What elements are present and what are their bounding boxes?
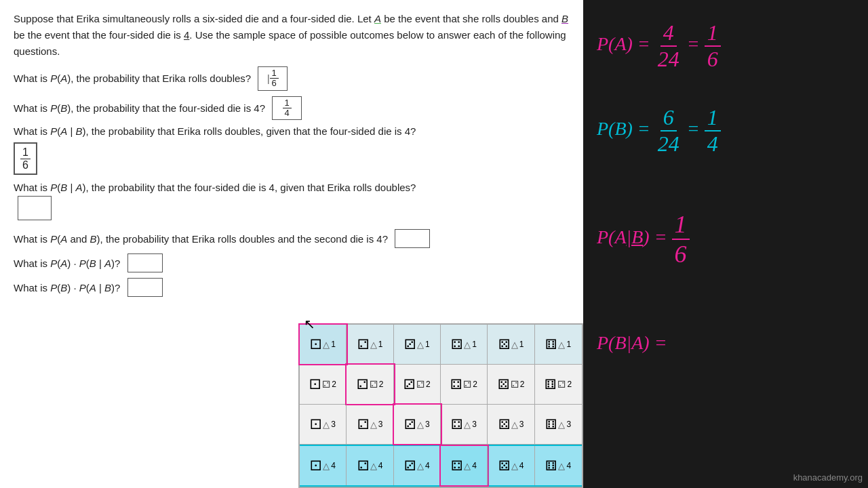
board-pa-frac1-den: 24 [655,47,682,72]
board-pab-label: P(A|B) = [597,226,672,247]
q1-answer-box[interactable]: | 1 6 [258,66,288,91]
q2-answer-box[interactable]: 1 4 [272,96,302,121]
q3-answer-box[interactable]: 1 6 [14,142,37,175]
q4-text: What is P(B | A), the probability that t… [14,182,416,193]
grid-cell-3-5: ⚄△3 [488,405,534,444]
board-pa-eq: = [687,33,705,54]
q6-text: What is P(A) · P(B | A)? [14,258,123,269]
q3-fraction: 1 6 [20,146,31,171]
question-1-row: What is P(A), the probability that Erika… [14,66,570,91]
grid-cell-4-4: ⚃△4 [441,446,488,485]
grid-cell-4-1: ⚀△4 [300,446,347,485]
q5-answer-box[interactable] [395,229,430,248]
right-panel: P(A) = 4 24 = 1 6 P(B) = 6 24 = 1 4 P(A|… [583,0,868,488]
board-pba-line: P(B|A) = [597,332,667,354]
q6-answer-box[interactable] [127,253,163,272]
grid-cell-3-1: ⚀△3 [300,405,347,444]
q2-num: 1 [283,98,292,108]
intro-text-1: be the event that she rolls doubles and [384,13,561,24]
grid-row-4: ⚀△4 ⚁△4 ⚂△4 ⚃△4 ⚄△4 ⚅△4 [300,445,582,487]
grid-cell-3-3: ⚂△3 [394,405,441,444]
intro-text-2: be the event that the four-sided die is … [14,29,566,57]
q2-fraction: 1 4 [283,98,292,119]
question-3-row: What is P(A | B), the probability that E… [14,125,570,175]
grid-cell-2-1: ⚀⚁2 [300,365,347,404]
grid-cell-4-2: ⚁△4 [347,446,393,485]
board-pab-frac: 1 6 [672,210,690,268]
grid-cell-3-4: ⚃△3 [441,405,488,444]
board-pba-label: P(B|A) = [597,332,667,353]
left-panel: Suppose that Erika simultaneously rolls … [0,0,583,488]
grid-row-3: ⚀△3 ⚁△3 ⚂△3 ⚃△3 ⚄△3 ⚅△3 [300,405,582,445]
q2-text: What is P(B), the probability that the f… [14,102,268,114]
grid-row-1: ⚀ △1 ⚁△1 ⚂△1 ⚃△1 ⚄△1 ⚅△1 [300,325,582,365]
cursor-pointer: ↖ [304,316,315,332]
board-pa-frac2-num: 1 [705,20,721,47]
q1-num: 1 [270,68,279,79]
board-pb-frac1-num: 6 [660,105,677,131]
grid-cell-4-5: ⚄△4 [488,446,534,485]
problem-intro: Suppose that Erika simultaneously rolls … [14,11,570,60]
board-pa-label: P(A) = [597,33,655,54]
board-pb-label: P(B) = [597,118,655,139]
q5-text: What is P(A and B), the probability that… [14,233,391,245]
grid-cell-2-6: ⚅⚁2 [535,365,582,404]
q7-answer-box[interactable] [127,278,163,297]
grid-cell-2-4: ⚃⚁2 [441,365,488,404]
board-pb-frac1: 6 24 [655,105,682,157]
board-pa-frac2-den: 6 [705,47,721,72]
grid-cell-2-5: ⚄⚁2 [488,365,534,404]
question-7-row: What is P(B) · P(A | B)? [14,278,570,297]
grid-cell-1-3: ⚂△1 [394,325,441,364]
board-pab-frac-num: 1 [672,210,690,240]
board-pab-frac-den: 6 [672,240,690,268]
board-pb-frac2: 1 4 [705,105,721,157]
grid-cell-4-6: ⚅△4 [535,446,582,485]
q3-text: What is P(A | B), the probability that E… [14,125,416,137]
question-6-row: What is P(A) · P(B | A)? [14,253,570,272]
board-pa-line: P(A) = 4 24 = 1 6 [597,20,721,72]
q7-text: What is P(B) · P(A | B)? [14,282,123,293]
side-symbol: △ [323,340,330,350]
side-num: 1 [331,340,336,349]
die-face: ⚀ [310,336,321,352]
grid-cell-2-2: ⚁⚁2 [347,365,393,404]
q1-den: 6 [270,79,279,88]
grid-cell-1-4: ⚃△1 [441,325,488,364]
board-pa-frac1-num: 4 [660,20,677,47]
question-2-row: What is P(B), the probability that the f… [14,96,570,121]
event-B-label: B [561,13,568,24]
grid-cell-1-2: ⚁△1 [347,325,393,364]
sample-space-grid: ⚀ △1 ⚁△1 ⚂△1 ⚃△1 ⚄△1 ⚅△1 ⚀⚁2 [298,323,583,488]
grid-cell-3-6: ⚅△3 [535,405,582,444]
question-4-row: What is P(B | A), the probability that t… [14,182,570,222]
board-pab-line: P(A|B) = 1 6 [597,210,690,268]
q4-answer-box[interactable] [18,196,52,220]
grid-cell-1-5: ⚄△1 [488,325,534,364]
q3-den: 6 [20,159,31,171]
board-pb-frac2-den: 4 [705,131,721,157]
grid-cell-3-2: ⚁△3 [347,405,393,444]
event-A-label: A [374,13,381,24]
grid-cell-2-3: ⚂⚁2 [394,365,441,404]
board-pb-frac2-num: 1 [705,105,721,131]
grid-cell-4-3: ⚂△4 [394,446,441,485]
grid-cell-1-6: ⚅△1 [535,325,582,364]
board-pa-frac2: 1 6 [705,20,721,72]
grid-row-2: ⚀⚁2 ⚁⚁2 ⚂⚁2 ⚃⚁2 ⚄⚁2 ⚅⚁2 [300,365,582,405]
board-pa-frac1: 4 24 [655,20,682,72]
watermark: khanacademy.org [793,472,863,483]
q1-text: What is P(A), the probability that Erika… [14,73,254,84]
question-5-row: What is P(A and B), the probability that… [14,229,570,248]
board-pb-eq: = [687,118,705,139]
q1-fraction: 1 6 [270,68,279,89]
board-pb-frac1-den: 24 [655,131,682,157]
board-pb-line: P(B) = 6 24 = 1 4 [597,105,721,157]
q2-den: 4 [283,108,292,118]
q3-num: 1 [20,146,31,159]
